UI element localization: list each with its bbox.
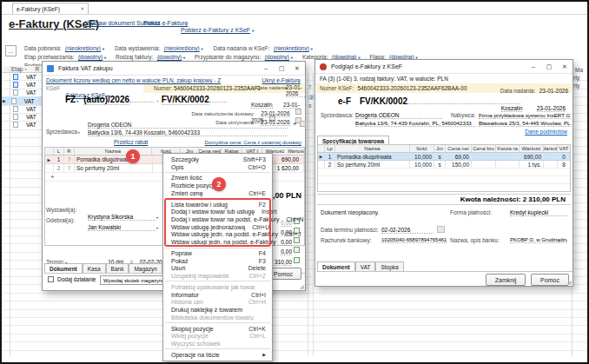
- doc-number-auto[interactable]: (auto)/2026: [83, 95, 129, 105]
- menu-item-skopiuj-pozycje[interactable]: Skopiuj pozycjeCtrl+K: [163, 325, 272, 333]
- col-cena-brutto[interactable]: Cena bru: [472, 145, 496, 152]
- annotation-step-2: 2: [212, 177, 226, 191]
- tab-dokument[interactable]: Dokument: [317, 261, 355, 271]
- doc-type[interactable]: FZ: [65, 95, 76, 104]
- amount-field[interactable]: 2 310,00: [270, 252, 300, 268]
- menu-item-dodaj-wstaw-towar[interactable]: Dodaj i wstaw towar lub usługęInsert: [163, 208, 272, 216]
- help-button[interactable]: Pomoc: [531, 274, 569, 286]
- minimize-icon[interactable]: –: [258, 63, 274, 75]
- row-value: 1 620,00: [277, 165, 299, 171]
- menu-item-dodaj-wstaw-towar-efaktura[interactable]: Dodaj i wstaw towar na podst. e-FakturyC…: [163, 215, 272, 223]
- tab-e-faktury-ksef[interactable]: e-Faktury (KSeF) ✕: [12, 3, 89, 14]
- menu-item-wstaw-uslugi-jedn-efaktura[interactable]: Wstaw usługi jedn. na podst. e-Faktury: [163, 238, 272, 246]
- list-header[interactable]: Etap ▾ R: [2, 66, 42, 73]
- col-vat[interactable]: VAT: [558, 145, 570, 152]
- col-cena-netto[interactable]: Cena net: [446, 145, 472, 152]
- table-row-selected[interactable]: ▶ 1 Pomadka długotrwała 10,000 s 69,00 6…: [318, 153, 570, 161]
- col-l[interactable]: L: [54, 148, 64, 155]
- tab-close-icon[interactable]: ✕: [80, 6, 84, 11]
- list-item[interactable]: VAT: [2, 81, 42, 89]
- dane-podmiotow-link[interactable]: Dane podmiotów: [525, 129, 567, 135]
- seller-name[interactable]: Drogeria ODEON: [88, 122, 288, 129]
- calculator-icon[interactable]: [294, 257, 300, 263]
- menu-item-informator[interactable]: InformatorCtrl+I: [163, 291, 272, 299]
- chevron-down-icon[interactable]: ▾: [76, 99, 78, 103]
- preview-table-header: Lp Nazwa Ilość Jm Cena net Cena bru Kwot…: [318, 145, 570, 153]
- default-price-link[interactable]: Domyślna cena: Cena z ostatniej dostawy: [205, 140, 301, 145]
- table-row[interactable]: 2 So perfumy 20ml 10,000 s 150,00 1 tys.…: [318, 161, 570, 169]
- menu-item-wstaw-usluge-jednorazowa[interactable]: Wstaw usługę jednorazowąCtrl+U: [163, 223, 272, 231]
- tab-bank[interactable]: Bank: [106, 263, 129, 273]
- menu-item-wstaw-usluge-jedn-efaktura[interactable]: Wstaw usługę jedn. na podst. e-FakturyCt…: [163, 231, 272, 239]
- add-contractor-icon[interactable]: +: [293, 120, 297, 128]
- menu-separator: [165, 281, 270, 281]
- list-item[interactable]: VAT: [2, 105, 42, 113]
- tab-kasa[interactable]: Kasa: [83, 263, 106, 273]
- col-r[interactable]: R: [64, 148, 75, 155]
- close-icon[interactable]: ✕: [289, 63, 305, 75]
- col-lp[interactable]: Lp: [325, 145, 335, 152]
- dialog1-title: Faktura VAT zakupu: [58, 65, 113, 71]
- doc-settings-link[interactable]: Dokument liczony według cen netto w walu…: [46, 77, 221, 83]
- menu-item-opis[interactable]: OpisCtrl+O: [163, 163, 272, 171]
- due-date-browse-button[interactable]: [437, 226, 445, 233]
- list-item-selected[interactable]: ▶VAT: [2, 96, 42, 105]
- contractor-browse-icon[interactable]: [300, 121, 306, 127]
- menu-item-usun[interactable]: UsuńDelete: [163, 265, 272, 273]
- menu-item-popraw[interactable]: PoprawF4: [163, 249, 272, 257]
- tab-dokument[interactable]: Dokument: [44, 263, 83, 273]
- list-item[interactable]: VAT: [2, 121, 42, 129]
- dialog1-titlebar[interactable]: Faktura VAT zakupu – ▢ ✕: [43, 62, 305, 76]
- add-action-checkbox[interactable]: Dodaj działanie: [48, 276, 96, 282]
- menu-item-drukuj-naklejke[interactable]: Drukuj naklejkę z towarem: [163, 306, 272, 314]
- menu-item-operacje-na-liscie[interactable]: Operacje na liście▶: [163, 351, 272, 359]
- maximize-icon[interactable]: ▢: [274, 63, 289, 75]
- dialog2-titlebar[interactable]: Podgląd e-Faktury z KSeF – ▢ ✕: [315, 60, 572, 74]
- col-wartosc-2[interactable]: Wartość: [544, 145, 558, 152]
- tab-vat[interactable]: VAT: [355, 261, 376, 271]
- close-icon[interactable]: ✕: [557, 61, 572, 73]
- chevron-down-icon[interactable]: ▾: [78, 130, 80, 135]
- due-date-label: Data terminu płatności:: [321, 227, 378, 233]
- list-item[interactable]: VAT: [2, 89, 42, 96]
- list-item[interactable]: VAT: [2, 73, 42, 81]
- tab-stopka[interactable]: Stopka: [375, 261, 403, 271]
- list-item[interactable]: VAT: [2, 113, 42, 121]
- col-wartosc-2[interactable]: Wartość: [288, 148, 304, 155]
- menu-separator: [165, 348, 270, 349]
- resize-grip-icon[interactable]: ◢: [567, 279, 572, 286]
- filter-more-button[interactable]: ...: [5, 45, 17, 56]
- dialog2-bottom-tabs: Dokument VAT Stopka: [317, 261, 404, 271]
- checkbox-icon[interactable]: [48, 276, 54, 282]
- doc-number-dash: -: [156, 96, 159, 104]
- col-nazwa[interactable]: Nazwa: [335, 145, 410, 152]
- menu-item-potraktuj-opakowanie: Potraktuj opakowanie jak towar: [163, 283, 272, 291]
- tab-magazyn[interactable]: Magazyn: [129, 263, 162, 273]
- document-icon: [13, 89, 18, 96]
- close-button[interactable]: Zamknij: [486, 274, 526, 286]
- menu-item-lista-towarow[interactable]: Lista towarów i usługF2: [163, 201, 272, 208]
- ksef-no-value[interactable]: 5460042333-20260123-2352AAF62BAA-00: [357, 85, 467, 91]
- col-jm[interactable]: Jm: [434, 145, 446, 152]
- received-by-field[interactable]: Jan Kowalski▾: [88, 217, 158, 233]
- action-combobox[interactable]: Wywołaj skutek magazynowy: [100, 275, 164, 285]
- col-wartosc-1[interactable]: Wartość: [520, 145, 544, 152]
- hide-efaktura-link[interactable]: Ukryj e-Fakturę: [262, 77, 301, 83]
- window-controls: – ▢ ✕: [526, 61, 572, 73]
- link-pobierz-efaktury[interactable]: Pobierz e-Faktury z KSeF▼: [181, 20, 255, 36]
- przelicz-rabat-link[interactable]: Przelicz rabat: [114, 139, 148, 145]
- menu-item-pokaz[interactable]: PokażF3: [163, 257, 272, 265]
- column-header-etap[interactable]: Etap: [11, 66, 23, 72]
- doc-prefix: e-F: [338, 96, 351, 106]
- menu-item-biblioteka-dokumentow: Biblioteka dokumentów towaru: [163, 314, 272, 321]
- resize-grip-icon[interactable]: ◢: [300, 283, 304, 290]
- col-ilosc[interactable]: Ilość: [410, 145, 434, 152]
- column-header-r[interactable]: R: [35, 66, 39, 72]
- maximize-icon[interactable]: ▢: [541, 61, 557, 73]
- minimize-icon[interactable]: –: [526, 61, 541, 73]
- arrow-down-icon[interactable]: ↓: [248, 84, 250, 89]
- add-row-icon[interactable]: +: [50, 173, 55, 181]
- menu-item-szczegoly[interactable]: SzczegółyShift+F3: [163, 156, 272, 163]
- col-nazwa[interactable]: Nazwa: [75, 148, 152, 155]
- col-kwota-rabatu[interactable]: Kwota ra: [496, 145, 520, 152]
